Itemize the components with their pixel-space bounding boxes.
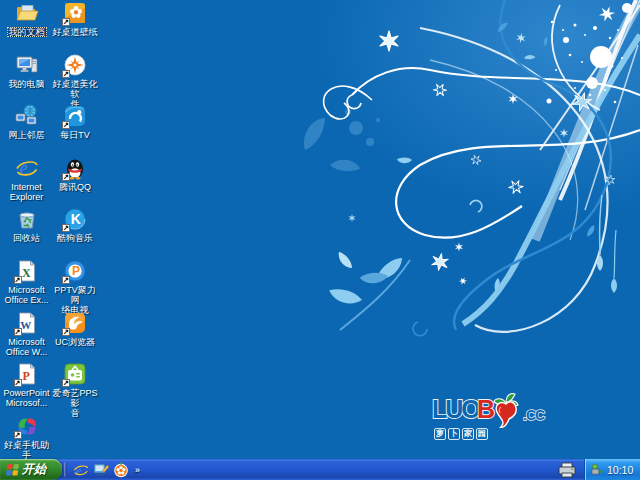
icon-label-internet-explorer: InternetExplorer bbox=[8, 182, 46, 202]
printer-icon[interactable] bbox=[558, 462, 576, 478]
ie-quicklaunch-icon[interactable]: e bbox=[73, 462, 89, 478]
icon-label-haozhuo-phone-assistant: 好桌手机助手 bbox=[1, 440, 52, 460]
desktop-icon-recycle-bin[interactable]: 回收站 bbox=[1, 207, 52, 243]
logo-stamp: 卜 bbox=[448, 428, 460, 440]
qq-icon: ↗ bbox=[63, 156, 87, 180]
desktop-icon-network-places[interactable]: 网上邻居 bbox=[1, 104, 52, 140]
desktop-icon-haozhuo-phone-assistant[interactable]: ↗好桌手机助手 bbox=[1, 414, 52, 460]
quick-launch-bar: e bbox=[69, 462, 133, 478]
ie-icon: e bbox=[15, 156, 39, 180]
safely-remove-hardware-icon[interactable] bbox=[591, 463, 604, 476]
powerpoint-icon: P↗ bbox=[15, 362, 39, 386]
desktop-icon-uc-browser[interactable]: ↗UC浏览器 bbox=[47, 311, 103, 347]
start-label: 开始 bbox=[22, 461, 46, 478]
shortcut-arrow-icon: ↗ bbox=[62, 224, 70, 232]
taskbar[interactable]: 开始 e » 10:10 bbox=[0, 459, 640, 480]
show-desktop-icon[interactable] bbox=[93, 462, 109, 478]
icon-label-uc-browser: UC浏览器 bbox=[53, 337, 97, 347]
wallpaper-icon: ↗ bbox=[63, 1, 87, 25]
desktop-icon-my-computer[interactable]: 我的电脑 bbox=[1, 53, 52, 89]
icon-label-ms-office-word: MicrosoftOffice W... bbox=[4, 337, 49, 357]
shortcut-arrow-icon: ↗ bbox=[14, 276, 22, 284]
shortcut-arrow-icon: ↗ bbox=[62, 276, 70, 284]
icon-label-my-documents: 我的文档 bbox=[7, 27, 47, 37]
tv-icon: ↗ bbox=[63, 104, 87, 128]
shortcut-arrow-icon: ↗ bbox=[62, 70, 70, 78]
logo-stamp: 园 bbox=[476, 428, 488, 440]
quick-launch-overflow-chevron[interactable]: » bbox=[135, 465, 140, 475]
icon-label-tencent-qq: 腾讯QQ bbox=[57, 182, 93, 192]
logo-stamp: 家 bbox=[462, 428, 474, 440]
shortcut-arrow-icon: ↗ bbox=[62, 121, 70, 129]
icon-label-kugou-music: 酷狗音乐 bbox=[55, 233, 95, 243]
start-button[interactable]: 开始 bbox=[0, 459, 62, 480]
shortcut-arrow-icon: ↗ bbox=[14, 431, 22, 439]
beautify-icon: ↗ bbox=[63, 53, 87, 77]
icon-label-my-computer: 我的电脑 bbox=[7, 79, 47, 89]
excel-icon: X↗ bbox=[15, 259, 39, 283]
desktop-icon-my-documents[interactable]: 我的文档 bbox=[1, 1, 52, 37]
svg-text:e: e bbox=[76, 462, 82, 477]
icon-label-haozhuodao-wallpaper: 好桌道壁纸 bbox=[51, 27, 100, 37]
svg-text:P: P bbox=[22, 369, 29, 383]
taskbar-clock[interactable]: 10:10 bbox=[607, 464, 633, 476]
phone-assistant-icon: ↗ bbox=[15, 414, 39, 438]
desktop-icon-ms-office-excel[interactable]: X↗MicrosoftOffice Ex... bbox=[1, 259, 52, 305]
logo-text-b: B bbox=[477, 395, 495, 423]
logo-text-cc: .CC bbox=[523, 407, 545, 423]
haozhuodao-launcher-icon[interactable] bbox=[113, 462, 129, 478]
logo-stamps: 萝卜家园 bbox=[434, 428, 488, 440]
recycle-icon bbox=[15, 207, 39, 231]
icon-label-iqiyi-pps: 爱奇艺PPS 影音 bbox=[47, 388, 103, 418]
svg-text:K: K bbox=[71, 211, 81, 227]
logo-stamp: 萝 bbox=[434, 428, 446, 440]
icon-label-network-places: 网上邻居 bbox=[7, 130, 47, 140]
shortcut-arrow-icon: ↗ bbox=[62, 379, 70, 387]
svg-text:P: P bbox=[72, 264, 80, 278]
shortcut-arrow-icon: ↗ bbox=[14, 379, 22, 387]
network-icon bbox=[15, 104, 39, 128]
icon-label-ms-office-excel: MicrosoftOffice Ex... bbox=[3, 285, 51, 305]
folder-open-icon bbox=[15, 1, 39, 25]
pptv-icon: P↗ bbox=[63, 259, 87, 283]
icon-label-ms-powerpoint: PowerPointMicrosof... bbox=[1, 388, 51, 408]
system-tray: 10:10 bbox=[584, 459, 640, 480]
svg-text:X: X bbox=[22, 266, 31, 280]
luobo-logo: LUO B .CC 萝卜家园 bbox=[430, 392, 552, 446]
desktop-icon-iqiyi-pps[interactable]: ↗爱奇艺PPS 影音 bbox=[47, 362, 103, 418]
desktop-icon-internet-explorer[interactable]: eInternetExplorer bbox=[1, 156, 52, 202]
desktop-icon-meiri-tv[interactable]: ↗每日TV bbox=[47, 104, 103, 140]
pps-icon: ↗ bbox=[63, 362, 87, 386]
desktop-icon-haozhuodao-beautify[interactable]: ↗好桌道美化软件 bbox=[47, 53, 103, 109]
desktop: LUO B .CC 萝卜家园 我的文档↗好桌道壁纸我的电脑↗好桌道美化软件网上邻… bbox=[0, 0, 640, 480]
logo-text-luo: LUO bbox=[432, 395, 480, 423]
radish-icon bbox=[494, 393, 518, 428]
desktop-icon-pptv[interactable]: P↗PPTV聚力 网络电视 bbox=[47, 259, 103, 315]
icon-label-meiri-tv: 每日TV bbox=[58, 130, 92, 140]
shortcut-arrow-icon: ↗ bbox=[62, 18, 70, 26]
taskbar-divider bbox=[64, 462, 67, 477]
shortcut-arrow-icon: ↗ bbox=[62, 173, 70, 181]
uc-icon: ↗ bbox=[63, 311, 87, 335]
desktop-icon-tencent-qq[interactable]: ↗腾讯QQ bbox=[47, 156, 103, 192]
shortcut-arrow-icon: ↗ bbox=[62, 328, 70, 336]
windows-flag-icon bbox=[5, 463, 19, 477]
word-icon: W↗ bbox=[15, 311, 39, 335]
desktop-icon-ms-office-word[interactable]: W↗MicrosoftOffice W... bbox=[1, 311, 52, 357]
desktop-icon-kugou-music[interactable]: K↗酷狗音乐 bbox=[47, 207, 103, 243]
shortcut-arrow-icon: ↗ bbox=[14, 328, 22, 336]
kugou-icon: K↗ bbox=[63, 207, 87, 231]
computer-icon bbox=[15, 53, 39, 77]
desktop-icon-haozhuodao-wallpaper[interactable]: ↗好桌道壁纸 bbox=[47, 1, 103, 37]
icon-label-recycle-bin: 回收站 bbox=[11, 233, 42, 243]
desktop-icon-ms-powerpoint[interactable]: P↗PowerPointMicrosof... bbox=[1, 362, 52, 408]
